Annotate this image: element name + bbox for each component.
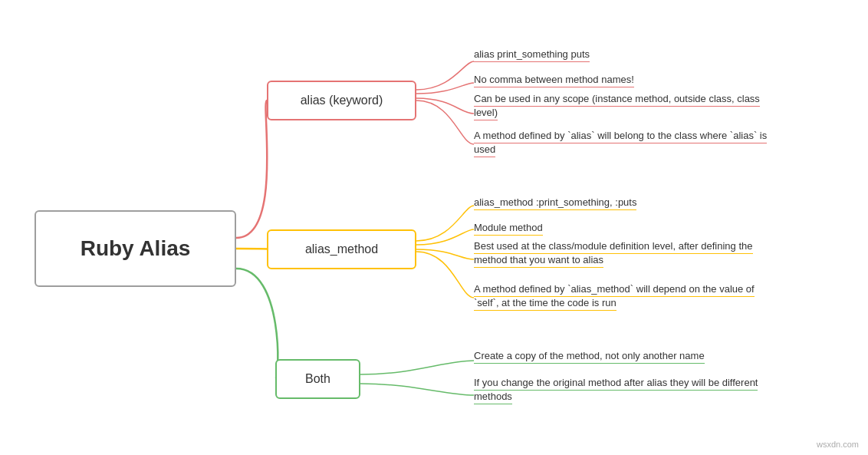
leaf-alias-method-3: Best used at the class/module definition… xyxy=(474,239,769,267)
leaf-alias-keyword-3: Can be used in any scope (instance metho… xyxy=(474,92,769,120)
mind-map-canvas: Ruby Alias alias (keyword) alias_method … xyxy=(0,0,868,455)
leaf-both-1: Create a copy of the method, not only an… xyxy=(474,349,769,363)
ruby-alias-label: Ruby Alias xyxy=(81,236,191,261)
leaf-alias-method-4: A method defined by `alias_method` will … xyxy=(474,282,769,310)
leaf-alias-keyword-1: alias print_something puts xyxy=(474,48,769,61)
both-node: Both xyxy=(275,359,360,399)
alias-method-node: alias_method xyxy=(267,229,416,269)
alias-keyword-node: alias (keyword) xyxy=(267,81,416,120)
both-label: Both xyxy=(305,372,330,386)
leaf-alias-method-2: Module method xyxy=(474,221,769,235)
ruby-alias-node: Ruby Alias xyxy=(35,210,236,287)
leaf-alias-keyword-4: A method defined by `alias` will belong … xyxy=(474,129,769,157)
watermark: wsxdn.com xyxy=(817,440,859,449)
leaf-both-2: If you change the original method after … xyxy=(474,376,769,404)
leaf-alias-keyword-2: No comma between method names! xyxy=(474,73,769,87)
leaf-alias-method-1: alias_method :print_something, :puts xyxy=(474,196,769,209)
alias-keyword-label: alias (keyword) xyxy=(301,94,383,107)
alias-method-label: alias_method xyxy=(305,242,378,256)
